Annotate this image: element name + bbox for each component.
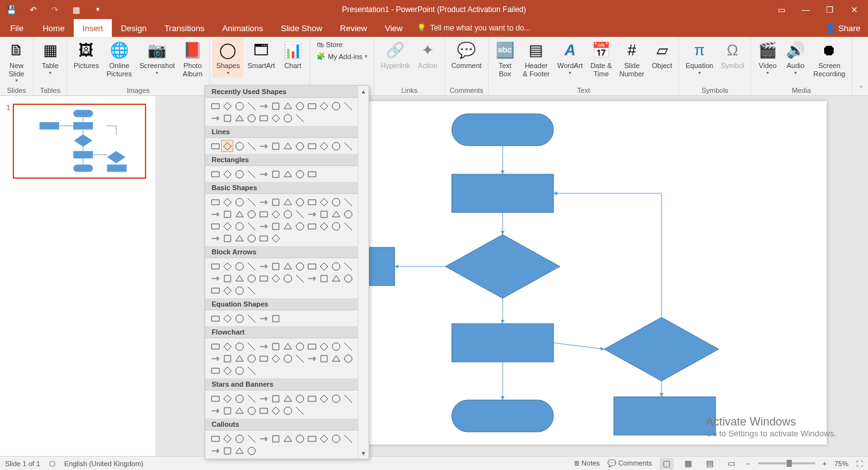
shape-option[interactable]: [306, 140, 318, 152]
shape-option[interactable]: [306, 272, 318, 284]
shape-option[interactable]: [342, 352, 354, 364]
shape-option[interactable]: [233, 364, 245, 377]
shape-option[interactable]: [221, 220, 233, 232]
shape-option[interactable]: [281, 352, 294, 364]
redo-icon[interactable]: ↷: [50, 4, 60, 15]
shape-option[interactable]: [269, 232, 281, 244]
screenshot-button[interactable]: 📷 Screenshot ▾: [136, 38, 179, 78]
shape-option[interactable]: [294, 140, 306, 152]
shape-option[interactable]: [209, 340, 221, 352]
shape-option[interactable]: [294, 352, 306, 364]
shape-option[interactable]: [342, 432, 354, 445]
shape-option[interactable]: [221, 260, 233, 272]
shape-option[interactable]: [221, 432, 233, 445]
tab-slideshow[interactable]: Slide Show: [272, 19, 331, 37]
pictures-button[interactable]: 🖼 Pictures: [70, 38, 103, 72]
shape-option[interactable]: [257, 196, 269, 208]
shape-option[interactable]: [209, 284, 221, 296]
date-time-button[interactable]: 📅 Date & Time: [587, 38, 616, 79]
shape-option[interactable]: [245, 364, 257, 377]
shape-option[interactable]: [281, 208, 294, 220]
shape-option[interactable]: [209, 196, 221, 208]
shape-option[interactable]: [330, 196, 342, 208]
shape-option[interactable]: [318, 352, 330, 364]
shape-option[interactable]: [330, 208, 342, 220]
zoom-out-icon[interactable]: −: [746, 460, 750, 467]
shape-option[interactable]: [269, 272, 281, 284]
shape-option[interactable]: [245, 100, 257, 112]
shape-option[interactable]: [318, 272, 330, 284]
tell-me-search[interactable]: 💡 Tell me what you want to do...: [417, 19, 531, 37]
text-box-button[interactable]: 🔤 Text Box: [491, 38, 519, 79]
shape-option[interactable]: [294, 220, 306, 232]
shape-option[interactable]: [281, 220, 294, 232]
collapse-ribbon-icon[interactable]: ⌃: [858, 85, 864, 93]
qat-customize-icon[interactable]: ▼: [93, 4, 103, 15]
shape-option[interactable]: [306, 220, 318, 232]
shape-option[interactable]: [269, 340, 281, 352]
shape-option[interactable]: [221, 208, 233, 220]
shape-option[interactable]: [281, 196, 294, 208]
shape-option[interactable]: [245, 432, 257, 445]
shape-option[interactable]: [281, 272, 294, 284]
shape-option[interactable]: [269, 404, 281, 417]
equation-button[interactable]: π Equation ▾: [682, 38, 717, 78]
shape-option[interactable]: [269, 432, 281, 445]
zoom-slider[interactable]: [758, 462, 815, 464]
comment-button[interactable]: 💬 Comment: [447, 38, 485, 72]
start-from-beginning-icon[interactable]: ▦: [71, 4, 81, 15]
shape-option[interactable]: [257, 100, 269, 112]
shape-option[interactable]: [209, 404, 221, 417]
shape-option[interactable]: [281, 404, 294, 417]
shape-option[interactable]: [269, 352, 281, 364]
shape-option[interactable]: [269, 220, 281, 232]
shape-option[interactable]: [294, 260, 306, 272]
shape-option[interactable]: [330, 432, 342, 445]
shape-option[interactable]: [257, 140, 269, 152]
shape-option[interactable]: [342, 392, 354, 404]
scroll-down-icon[interactable]: ▼: [358, 448, 369, 459]
shape-option[interactable]: [233, 140, 245, 152]
shape-option[interactable]: [245, 284, 257, 296]
shape-option[interactable]: [233, 392, 245, 404]
table-button[interactable]: ▦ Table ▾: [36, 38, 64, 78]
shape-option[interactable]: [233, 220, 245, 232]
online-pictures-button[interactable]: 🌐 Online Pictures: [103, 38, 136, 79]
shape-option[interactable]: [281, 392, 294, 404]
shape-option[interactable]: [281, 140, 294, 152]
shape-option[interactable]: [330, 260, 342, 272]
shape-option[interactable]: [209, 260, 221, 272]
shape-option[interactable]: [257, 312, 269, 324]
shape-option[interactable]: [342, 220, 354, 232]
shape-option[interactable]: [209, 352, 221, 364]
slide-number-button[interactable]: # Slide Number: [616, 38, 648, 79]
shape-option[interactable]: [342, 140, 354, 152]
shape-option[interactable]: [221, 312, 233, 324]
shape-option[interactable]: [257, 208, 269, 220]
save-icon[interactable]: 💾: [6, 4, 17, 15]
new-slide-button[interactable]: 🗎 New Slide ▾: [3, 38, 31, 85]
shape-option[interactable]: [269, 140, 281, 152]
shape-option[interactable]: [269, 392, 281, 404]
shape-option[interactable]: [330, 140, 342, 152]
shape-option[interactable]: [209, 112, 221, 124]
shape-option[interactable]: [245, 312, 257, 324]
shape-option[interactable]: [245, 352, 257, 364]
shape-option[interactable]: [245, 208, 257, 220]
shape-option[interactable]: [221, 404, 233, 417]
shape-option[interactable]: [306, 392, 318, 404]
header-footer-button[interactable]: ▤ Header & Footer: [519, 38, 553, 79]
shape-option[interactable]: [233, 404, 245, 417]
chart-button[interactable]: 📊 Chart: [279, 38, 307, 72]
shape-option[interactable]: [221, 392, 233, 404]
slide-sorter-view-icon[interactable]: ▦: [681, 458, 695, 469]
shape-option[interactable]: [318, 340, 330, 352]
shape-option[interactable]: [221, 340, 233, 352]
spell-check-icon[interactable]: ▢: [49, 459, 55, 467]
shape-option[interactable]: [306, 100, 318, 112]
shape-option[interactable]: [221, 364, 233, 377]
shape-option[interactable]: [233, 260, 245, 272]
shape-option[interactable]: [209, 392, 221, 404]
shape-option[interactable]: [269, 260, 281, 272]
shape-option[interactable]: [342, 340, 354, 352]
